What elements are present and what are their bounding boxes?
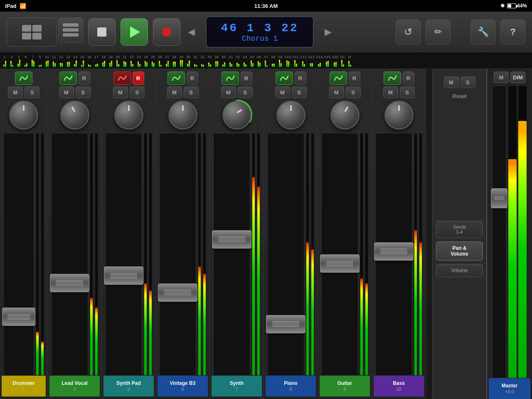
settings-button[interactable]: 🔧: [470, 20, 495, 44]
channel-label-6: Piano8: [266, 376, 316, 397]
list-view-button[interactable]: [58, 17, 83, 42]
route-button-8[interactable]: [384, 71, 401, 85]
m-button-1[interactable]: M: [8, 86, 23, 98]
vu-channel-A8: A8: [270, 55, 276, 67]
channel-strip-4: RMSVintage B36: [156, 69, 210, 399]
record-button-2[interactable]: R: [79, 71, 90, 85]
s-button-6[interactable]: S: [292, 86, 307, 98]
vu-channel-32: 32: [200, 55, 205, 67]
route-button-6[interactable]: [276, 71, 293, 85]
pan-knob-4[interactable]: [168, 101, 197, 130]
record-button-7[interactable]: R: [349, 71, 360, 85]
help-button[interactable]: ?: [500, 20, 525, 44]
fader-track-3[interactable]: [105, 133, 142, 376]
volume-button[interactable]: Volume: [436, 264, 483, 277]
pan-knob-1[interactable]: [9, 101, 38, 130]
fader-track-4[interactable]: [159, 133, 196, 376]
m-button-2[interactable]: M: [59, 86, 74, 98]
route-button-7[interactable]: [330, 71, 347, 85]
knob-wrap-8: [384, 100, 414, 131]
master-vu-left: [508, 86, 517, 378]
s-button-3[interactable]: S: [130, 86, 145, 98]
m-button-4[interactable]: M: [167, 86, 182, 98]
pan-knob-7[interactable]: [330, 101, 360, 130]
pan-volume-button[interactable]: Pan & Volume: [436, 241, 483, 261]
s-button-4[interactable]: S: [184, 86, 199, 98]
fader-handle-7[interactable]: [320, 254, 360, 273]
master-gain: +0.0: [505, 389, 514, 394]
pan-knob-3[interactable]: [114, 101, 143, 130]
master-m-button[interactable]: M: [444, 76, 459, 88]
vu-channel-M: M: [347, 55, 352, 67]
stop-button[interactable]: [88, 18, 116, 46]
master-fader-handle[interactable]: [491, 188, 507, 208]
pan-knob-2[interactable]: [60, 101, 89, 130]
vu-channel-24: 24: [143, 55, 149, 67]
m-button-5[interactable]: M: [221, 86, 236, 98]
fader-track-7[interactable]: [321, 133, 358, 376]
route-button-5[interactable]: [222, 71, 239, 85]
master-fader[interactable]: [492, 86, 506, 378]
route-button-3[interactable]: [113, 71, 131, 85]
pan-knob-8[interactable]: [384, 101, 414, 130]
s-button-7[interactable]: S: [346, 86, 361, 98]
pencil-button[interactable]: ✏: [426, 20, 451, 44]
m-button-8[interactable]: M: [383, 86, 398, 98]
pan-knob-5[interactable]: [222, 101, 251, 130]
s-button-5[interactable]: S: [238, 86, 253, 98]
master-s-button[interactable]: S: [461, 76, 475, 88]
play-button[interactable]: [121, 18, 148, 46]
record-button-3[interactable]: R: [133, 71, 144, 85]
vu-channel-A12: A12: [300, 55, 307, 67]
vu-meter-l-3: [144, 133, 147, 376]
fader-track-1[interactable]: [3, 133, 34, 376]
channel-label-3: Synth Pad3: [103, 376, 154, 397]
display-next-button[interactable]: ▶: [322, 27, 334, 37]
dim-button[interactable]: DIM: [510, 71, 525, 83]
fader-track-8[interactable]: [375, 133, 412, 376]
record-button-5[interactable]: R: [241, 71, 252, 85]
fader-handle-4[interactable]: [158, 283, 197, 302]
fader-track-5[interactable]: [213, 133, 250, 376]
ms-row-8: MS: [383, 86, 415, 98]
fader-handle-3[interactable]: [104, 266, 143, 285]
sends-feedback-button[interactable]: ↺: [396, 20, 421, 44]
vu-meter-r-2: [95, 133, 98, 376]
vu-channel-A3: A3: [242, 55, 248, 67]
vu-channel-A10: A10: [284, 55, 291, 67]
fader-track-6[interactable]: [267, 133, 304, 376]
sends-button[interactable]: Sends 1-4: [436, 221, 483, 238]
route-button-4[interactable]: [167, 71, 185, 85]
vu-channel-A1: A1: [228, 55, 234, 67]
s-button-1[interactable]: S: [25, 86, 39, 98]
fader-handle-5[interactable]: [212, 230, 251, 249]
master-mute-button[interactable]: M: [494, 71, 509, 83]
fader-handle-2[interactable]: [50, 274, 89, 292]
fader-track-2[interactable]: [51, 133, 88, 376]
grid-view-button[interactable]: [7, 17, 57, 47]
record-icon: [162, 27, 171, 37]
vu-channel-20: 20: [115, 55, 121, 67]
fader-handle-8[interactable]: [374, 242, 414, 261]
pan-knob-6[interactable]: [276, 101, 305, 130]
s-button-8[interactable]: S: [400, 86, 415, 98]
help-icon: ?: [510, 27, 515, 37]
ms-row-2: MS: [59, 86, 91, 98]
record-button-6[interactable]: R: [295, 71, 306, 85]
record-button[interactable]: [153, 18, 180, 46]
fader-handle-6[interactable]: [266, 315, 305, 333]
channel-strip-2: RMSLead Vocal2: [48, 69, 102, 399]
route-row-8: R: [384, 71, 414, 85]
channel-strip-1: MSDrummer1: [0, 69, 48, 399]
m-button-7[interactable]: M: [329, 86, 344, 98]
s-button-2[interactable]: S: [76, 86, 91, 98]
vu-channel-25: 25: [150, 55, 156, 67]
record-button-4[interactable]: R: [187, 71, 198, 85]
display-prev-button[interactable]: ◀: [185, 27, 197, 37]
m-button-6[interactable]: M: [275, 86, 290, 98]
route-button-1[interactable]: [15, 71, 32, 85]
route-button-2[interactable]: [59, 71, 77, 85]
m-button-3[interactable]: M: [113, 86, 128, 98]
fader-handle-1[interactable]: [2, 308, 35, 326]
record-button-8[interactable]: R: [403, 71, 414, 85]
